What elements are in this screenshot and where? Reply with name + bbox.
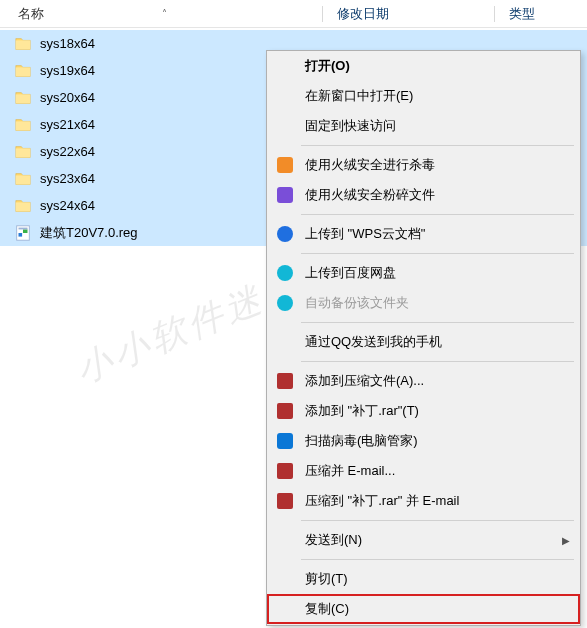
submenu-arrow-icon: ▶ xyxy=(562,535,570,546)
file-label: sys18x64 xyxy=(40,36,95,51)
menu-item[interactable]: 使用火绒安全进行杀毒 xyxy=(267,150,580,180)
svg-rect-2 xyxy=(23,229,28,233)
menu-item-icon xyxy=(275,185,295,205)
svg-rect-3 xyxy=(19,227,28,229)
menu-item-label: 通过QQ发送到我的手机 xyxy=(305,333,442,351)
menu-item-icon xyxy=(275,293,295,313)
menu-item[interactable]: 打开(O) xyxy=(267,51,580,81)
context-menu: 打开(O)在新窗口中打开(E)固定到快速访问使用火绒安全进行杀毒使用火绒安全粉碎… xyxy=(266,50,581,626)
menu-item[interactable]: 在新窗口中打开(E) xyxy=(267,81,580,111)
file-label: sys24x64 xyxy=(40,198,95,213)
menu-item-icon xyxy=(275,155,295,175)
column-header-type[interactable]: 类型 xyxy=(509,5,587,23)
menu-item-icon xyxy=(275,461,295,481)
menu-separator xyxy=(301,322,574,323)
column-divider xyxy=(322,6,323,22)
folder-icon xyxy=(14,170,32,188)
menu-item-label: 扫描病毒(电脑管家) xyxy=(305,432,418,450)
menu-item-label: 添加到 "补丁.rar"(T) xyxy=(305,402,419,420)
rar-icon xyxy=(277,403,293,419)
menu-item[interactable]: 压缩并 E-mail... xyxy=(267,456,580,486)
file-label: 建筑T20V7.0.reg xyxy=(40,224,138,242)
huorong-purple-icon xyxy=(277,187,293,203)
menu-item[interactable]: 扫描病毒(电脑管家) xyxy=(267,426,580,456)
menu-item[interactable]: 通过QQ发送到我的手机 xyxy=(267,327,580,357)
folder-icon xyxy=(14,62,32,80)
sort-asc-icon: ˄ xyxy=(162,8,167,19)
rar-icon xyxy=(277,373,293,389)
file-label: sys20x64 xyxy=(40,90,95,105)
menu-item[interactable]: 上传到 "WPS云文档" xyxy=(267,219,580,249)
file-label: sys19x64 xyxy=(40,63,95,78)
column-header-date-label: 修改日期 xyxy=(337,5,389,23)
menu-item-label: 压缩并 E-mail... xyxy=(305,462,395,480)
column-header-row: 名称 ˄ 修改日期 类型 xyxy=(0,0,587,28)
svg-rect-1 xyxy=(19,233,23,237)
menu-item[interactable]: 上传到百度网盘 xyxy=(267,258,580,288)
folder-icon xyxy=(14,116,32,134)
menu-item-label: 固定到快速访问 xyxy=(305,117,396,135)
menu-item-icon xyxy=(275,431,295,451)
menu-item-icon xyxy=(275,401,295,421)
menu-separator xyxy=(301,361,574,362)
file-label: sys23x64 xyxy=(40,171,95,186)
menu-item-label: 使用火绒安全粉碎文件 xyxy=(305,186,435,204)
rar-icon xyxy=(277,463,293,479)
menu-separator xyxy=(301,145,574,146)
reg-file-icon xyxy=(14,224,32,242)
folder-icon xyxy=(14,35,32,53)
menu-item-label: 发送到(N) xyxy=(305,531,362,549)
rar-icon xyxy=(277,493,293,509)
menu-item-label: 打开(O) xyxy=(305,57,350,75)
folder-icon xyxy=(14,143,32,161)
menu-item-icon xyxy=(275,263,295,283)
menu-item-label: 使用火绒安全进行杀毒 xyxy=(305,156,435,174)
wps-cloud-icon xyxy=(277,226,293,242)
column-divider xyxy=(494,6,495,22)
menu-item[interactable]: 使用火绒安全粉碎文件 xyxy=(267,180,580,210)
menu-item[interactable]: 固定到快速访问 xyxy=(267,111,580,141)
column-header-name[interactable]: 名称 ˄ xyxy=(18,5,322,23)
folder-icon xyxy=(14,197,32,215)
huorong-orange-icon xyxy=(277,157,293,173)
menu-separator xyxy=(301,520,574,521)
menu-item-label: 剪切(T) xyxy=(305,570,348,588)
menu-item-icon xyxy=(275,224,295,244)
watermark-text: 小小软件迷 xyxy=(68,274,272,394)
column-header-date[interactable]: 修改日期 xyxy=(337,5,494,23)
menu-separator xyxy=(301,559,574,560)
column-header-name-label: 名称 xyxy=(18,5,44,23)
menu-item[interactable]: 发送到(N)▶ xyxy=(267,525,580,555)
menu-item-label: 上传到百度网盘 xyxy=(305,264,396,282)
menu-item[interactable]: 添加到 "补丁.rar"(T) xyxy=(267,396,580,426)
menu-item[interactable]: 复制(C) xyxy=(267,594,580,624)
menu-item[interactable]: 剪切(T) xyxy=(267,564,580,594)
menu-item[interactable]: 添加到压缩文件(A)... xyxy=(267,366,580,396)
menu-separator xyxy=(301,253,574,254)
baidu-pan-icon xyxy=(277,295,293,311)
menu-item-label: 上传到 "WPS云文档" xyxy=(305,225,425,243)
baidu-pan-icon xyxy=(277,265,293,281)
menu-separator xyxy=(301,214,574,215)
folder-icon xyxy=(14,89,32,107)
menu-item-icon xyxy=(275,371,295,391)
menu-item-label: 自动备份该文件夹 xyxy=(305,294,409,312)
menu-item-label: 复制(C) xyxy=(305,600,349,618)
menu-item-icon xyxy=(275,491,295,511)
menu-item: 自动备份该文件夹 xyxy=(267,288,580,318)
menu-item-label: 压缩到 "补丁.rar" 并 E-mail xyxy=(305,492,459,510)
shield-icon xyxy=(277,433,293,449)
file-label: sys21x64 xyxy=(40,117,95,132)
menu-item-label: 在新窗口中打开(E) xyxy=(305,87,413,105)
menu-item-label: 添加到压缩文件(A)... xyxy=(305,372,424,390)
file-label: sys22x64 xyxy=(40,144,95,159)
menu-item[interactable]: 压缩到 "补丁.rar" 并 E-mail xyxy=(267,486,580,516)
column-header-type-label: 类型 xyxy=(509,5,535,23)
